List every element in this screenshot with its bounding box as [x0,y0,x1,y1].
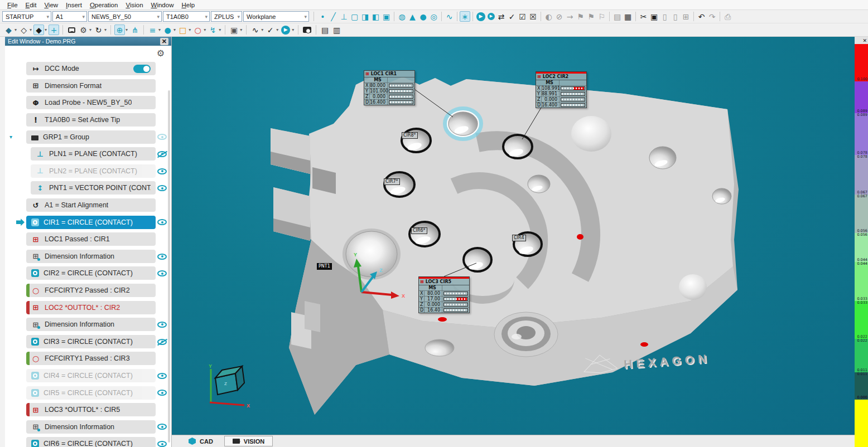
command-loc1-passed-cir1[interactable]: LOC1 Passed : CIR1 [26,232,156,246]
cad-feature-hole-c[interactable] [712,188,731,204]
dropdown-arrow-icon[interactable]: ▾ [189,27,191,32]
dropdown-arrow-icon[interactable]: ▾ [173,27,176,32]
dropdown-arrow-icon[interactable]: ▾ [30,27,32,32]
visibility-icon[interactable] [157,134,167,140]
command-dimension-format[interactable]: Dimension Format [26,79,156,93]
plane-feature-icon[interactable]: ⊥ [339,11,349,22]
sphere-view-icon[interactable]: ● [162,25,173,35]
measurement-path-icon[interactable]: ∿ [250,25,261,35]
menu-file[interactable]: File [3,1,22,9]
dropdown-arrow-icon[interactable]: ▾ [292,27,294,32]
copy-icon[interactable]: ▣ [649,11,659,22]
square-slot-feature-icon[interactable]: ◧ [370,11,381,22]
cut-icon[interactable]: ✂ [638,11,649,22]
command-dcc-mode[interactable]: DCC Mode [26,62,156,75]
command-cir5-circle-contact[interactable]: CIR5 = CIRCLE (CONTACT) [26,386,156,400]
command-dimension-information[interactable]: Dimension Information [26,420,156,434]
command-loc3-outtol-cir5[interactable]: LOC3 *OUTTOL* : CIR5 [26,403,156,416]
mark-used-icon[interactable]: ✓ [265,25,276,35]
command-cir4-circle-contact[interactable]: CIR4 = CIRCLE (CONTACT) [26,369,156,382]
solid-view-icon[interactable]: ◆ [33,25,44,35]
wireframe-view-icon[interactable]: ◇ [18,25,29,35]
feature-tag-cir6[interactable]: CIR6* [411,227,427,234]
visibility-icon[interactable] [157,424,167,430]
report-window-icon[interactable]: ▤ [320,25,330,35]
torus-feature-icon[interactable]: ◎ [428,11,439,22]
menu-operation[interactable]: Operation [86,1,122,9]
feature-tag-pnt1[interactable]: PNT1 [317,263,332,270]
paste-icon[interactable]: ▯ [659,11,670,22]
snapshot-icon[interactable] [303,27,311,33]
command-pln1-plane-contact[interactable]: PLN1 = PLANE (CONTACT) [31,147,156,161]
cad-feature-cir2[interactable] [503,135,532,158]
menu-insert[interactable]: Insert [62,1,86,9]
auto-feature-icon[interactable]: ∗ [460,11,470,22]
execute-from-cursor-icon[interactable]: ▶ [488,13,495,20]
edit-window-header[interactable]: Edit Window - Demo.PRG ✕ [5,37,171,46]
cad-feature-cir5[interactable] [464,248,491,271]
dropdown-arrow-icon[interactable]: ▾ [261,27,263,32]
feature-tag-cir4[interactable]: CIR4 [512,235,526,241]
visibility-icon[interactable] [157,168,167,174]
cad-feature-hole-a[interactable] [649,147,676,169]
command-cir2-circle-contact[interactable]: CIR2 = CIRCLE (CONTACT) [26,266,156,280]
orientation-cube[interactable]: Y X Z [209,363,250,409]
graphic-analysis-icon[interactable]: ▥ [331,25,342,35]
dimension-callout-loc3-cir5[interactable]: ⊞LOC3 CIR5MSX80.00Y17.00Z0.000D16.40 [418,276,470,313]
command-pnt1-vector-point-contact[interactable]: PNT1 = VECTOR POINT (CONTACT) [31,181,156,195]
visibility-icon[interactable] [157,185,167,191]
line-feature-icon[interactable]: ╱ [328,11,339,22]
cad-window-icon[interactable]: □ [177,25,188,35]
optimization-settings-icon[interactable]: ⚙ [78,25,89,35]
active-probe-dropdown[interactable]: NEW5_BY_50▾ [88,11,162,22]
visibility-off-icon[interactable] [157,151,167,157]
execute-icon[interactable]: ▶ [476,12,485,21]
cylinder-feature-icon[interactable]: ◍ [397,11,407,22]
dropdown-arrow-icon[interactable]: ▾ [89,27,91,32]
command-fcfcirty2-passed-cir2[interactable]: FCFCIRTY2 Passed : CIR2 [26,284,156,297]
no-output-icon[interactable]: ⊘ [554,11,565,22]
active-tip-dropdown[interactable]: T1A0B0▾ [163,11,210,22]
dropdown-arrow-icon[interactable]: ▾ [15,27,17,32]
command-grp1-group[interactable]: GRP1 = Group [26,130,156,144]
scale-close-icon[interactable]: ✕ [862,38,867,43]
visibility-icon[interactable] [157,373,167,379]
mark-done-icon[interactable]: ✓ [507,11,517,22]
dropdown-arrow-icon[interactable]: ▾ [276,27,278,32]
menu-vision[interactable]: Vision [122,1,147,9]
bookmark-add-icon[interactable]: ⚑ [586,11,596,22]
cad-feature-hole-b[interactable] [528,175,550,193]
command-load-probe-new5-by-50[interactable]: Load Probe - NEW5_BY_50 [26,96,156,109]
command-a1-start-alignment[interactable]: A1 = Start Alignment [26,198,156,212]
comment-icon[interactable] [68,27,75,33]
gear-icon[interactable]: ⚙ [157,48,165,59]
dropdown-arrow-icon[interactable]: ▾ [126,27,128,32]
half-tone-icon[interactable]: ◐ [543,11,554,22]
cad-graphics-view[interactable]: HEXAGON HEXAGON X Y Z [172,37,855,435]
tree-collapse-icon[interactable]: ▾ [9,134,12,140]
dcc-mode-toggle[interactable] [133,65,151,73]
probe-vector-icon[interactable]: ⋔ [129,25,140,35]
redo-icon[interactable]: ↷ [707,11,717,22]
dropdown-arrow-icon[interactable]: ▾ [45,27,47,32]
command-dimension-information[interactable]: Dimension Information [26,318,156,331]
command-fcfcirty1-passed-cir3[interactable]: FCFCIRTY1 Passed : CIR3 [26,352,156,365]
cone-feature-icon[interactable]: ▲ [407,11,418,22]
feature-tag-cir8[interactable]: CIR8* [402,132,418,139]
feature-sensor-icon[interactable]: ≡ [147,25,158,35]
cad-feature-sphere-b[interactable] [679,274,707,300]
visibility-icon[interactable] [157,441,167,447]
visibility-icon[interactable] [157,219,167,225]
print-icon[interactable]: ⎙ [722,11,733,22]
workplane-axis-dropdown[interactable]: ZPLUS▾ [211,11,242,22]
command-dimension-information[interactable]: Dimension Information [26,250,156,263]
dropdown-arrow-icon[interactable]: ▾ [240,27,242,32]
menu-edit[interactable]: Edit [22,1,41,9]
dropdown-arrow-icon[interactable]: ▾ [204,27,206,32]
quick-feature-icon[interactable]: ↯ [208,25,218,35]
alignment-preset-dropdown[interactable]: STARTUP▾ [2,11,51,22]
visibility-icon[interactable] [157,322,167,328]
report-fail-icon[interactable]: ☒ [528,11,538,22]
visibility-icon[interactable] [157,270,167,276]
cone-feature[interactable] [343,229,401,280]
